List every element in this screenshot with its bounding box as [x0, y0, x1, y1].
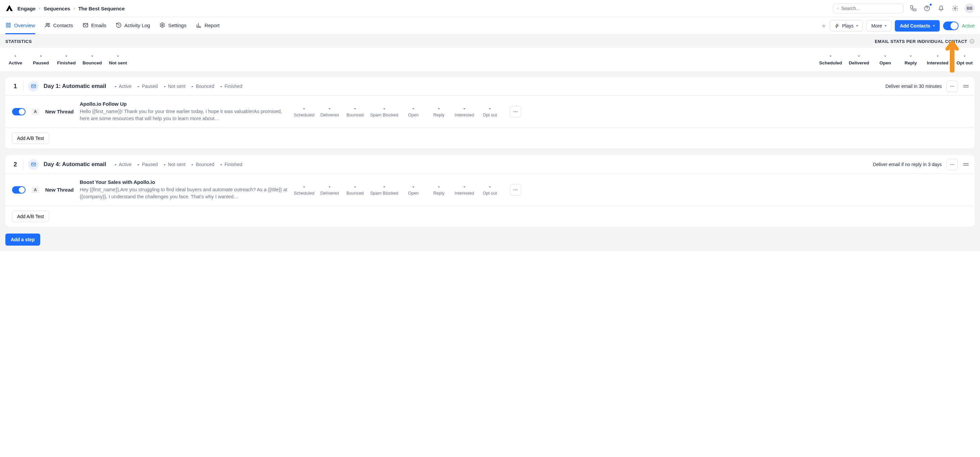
body-stat[interactable]: -Delivered: [319, 184, 340, 196]
stat-label: Not sent: [109, 61, 127, 65]
body-stat[interactable]: -Opt out: [480, 106, 500, 118]
step-mini-stat: - Not sent: [164, 162, 186, 167]
tab-activity-log[interactable]: Activity Log: [116, 17, 150, 34]
tab-emails[interactable]: Emails: [83, 17, 106, 34]
info-icon[interactable]: [969, 38, 975, 44]
add-ab-test-button[interactable]: Add A/B Test: [12, 132, 49, 144]
plays-button[interactable]: Plays ▾: [830, 20, 863, 32]
gear-icon[interactable]: [950, 4, 960, 13]
step-title[interactable]: Day 1: Automatic email: [44, 83, 106, 89]
stat-item[interactable]: -Interested: [927, 53, 948, 65]
body-stat-label: Spam Blocked: [370, 191, 398, 196]
breadcrumb-engage[interactable]: Engage: [18, 6, 35, 11]
tab-contacts[interactable]: Contacts: [45, 17, 73, 34]
body-stat[interactable]: -Interested: [454, 184, 475, 196]
more-button[interactable]: More ▾: [866, 20, 891, 32]
body-stat[interactable]: -Reply: [429, 184, 449, 196]
body-stats-group: -Scheduled-Delivered-Bounced-Spam Blocke…: [294, 184, 500, 196]
tab-settings[interactable]: Settings: [159, 17, 186, 34]
body-stat-label: Open: [403, 112, 424, 118]
drag-handle-icon[interactable]: [963, 162, 969, 167]
svg-line-1: [838, 9, 839, 10]
logo-icon: [5, 4, 13, 13]
add-step-button[interactable]: Add a step: [5, 234, 40, 245]
stat-item[interactable]: -Scheduled: [819, 53, 842, 65]
body-stat[interactable]: -Spam Blocked: [370, 184, 398, 196]
deliver-text: Deliver email if no reply in 3 days: [873, 162, 942, 167]
phone-icon[interactable]: [908, 4, 918, 13]
step-card: 1 Day 1: Automatic email - Active- Pause…: [5, 77, 975, 149]
step-mini-stat: - Active: [115, 162, 132, 167]
stat-item[interactable]: -Reply: [901, 53, 920, 65]
active-status-label: Active: [962, 23, 975, 29]
stat-item[interactable]: -Active: [6, 53, 25, 65]
step-title[interactable]: Day 4: Automatic email: [44, 161, 106, 168]
step-number: 2: [11, 159, 24, 170]
add-ab-test-button[interactable]: Add A/B Test: [12, 211, 49, 222]
tab-report[interactable]: Report: [196, 17, 220, 34]
step-mini-stat: - Paused: [137, 162, 158, 167]
search-field[interactable]: [841, 6, 900, 11]
mail-icon: [83, 22, 89, 28]
variant-more-button[interactable]: [510, 106, 521, 118]
chevron-right-icon: ›: [39, 6, 40, 11]
stat-label: Finished: [57, 61, 76, 65]
body-stat[interactable]: -Interested: [454, 106, 475, 118]
breadcrumb-sequences[interactable]: Sequences: [44, 6, 70, 11]
bolt-icon: [835, 24, 840, 28]
body-stat[interactable]: -Bounced: [345, 184, 366, 196]
variant-more-button[interactable]: [510, 184, 521, 196]
step-mini-stats: - Active- Paused- Not sent- Bounced- Fin…: [115, 84, 242, 89]
step-mini-stat: - Paused: [137, 84, 158, 89]
body-stat-value: -: [345, 184, 366, 189]
step-footer: Add A/B Test: [5, 128, 975, 149]
svg-point-15: [952, 86, 953, 87]
body-stat-value: -: [319, 106, 340, 111]
avatar[interactable]: BB: [964, 3, 975, 13]
body-stat[interactable]: -Open: [403, 106, 424, 118]
help-icon[interactable]: [922, 4, 932, 13]
stats-left-group: -Active-Paused-Finished-Bounced-Not sent: [6, 53, 127, 65]
body-stat[interactable]: -Bounced: [345, 106, 366, 118]
star-icon[interactable]: ★: [821, 22, 826, 30]
stat-item[interactable]: -Not sent: [109, 53, 127, 65]
stat-item[interactable]: -Opt out: [955, 53, 974, 65]
bell-icon[interactable]: [936, 4, 946, 13]
stat-item[interactable]: -Bounced: [83, 53, 102, 65]
step-more-button[interactable]: [947, 81, 958, 92]
variant-toggle[interactable]: [12, 108, 25, 115]
step-mini-stats: - Active- Paused- Not sent- Bounced- Fin…: [115, 162, 242, 167]
stat-item[interactable]: -Paused: [32, 53, 50, 65]
body-stat[interactable]: -Reply: [429, 106, 449, 118]
search-input[interactable]: [833, 3, 904, 13]
body-stat[interactable]: -Scheduled: [294, 106, 315, 118]
step-more-button[interactable]: [947, 159, 958, 170]
svg-point-9: [48, 23, 49, 24]
body-stat[interactable]: -Opt out: [480, 184, 500, 196]
stat-value: -: [955, 53, 974, 58]
svg-point-23: [950, 164, 951, 165]
stat-item[interactable]: -Finished: [57, 53, 76, 65]
add-contacts-button[interactable]: Add Contacts ▾: [895, 20, 940, 32]
stat-item[interactable]: -Open: [876, 53, 894, 65]
body-stat-value: -: [429, 184, 449, 189]
email-body-preview: Hello {{first_name}}! Thank you for your…: [80, 108, 288, 122]
variant-toggle[interactable]: [12, 186, 25, 194]
body-stat-value: -: [454, 106, 475, 111]
stat-value: -: [109, 53, 127, 58]
stat-item[interactable]: -Delivered: [849, 53, 869, 65]
body-stat-value: -: [294, 184, 315, 189]
email-preview-block[interactable]: Apollo.io Follow Up Hello {{first_name}}…: [80, 101, 288, 122]
sequence-active-toggle[interactable]: [943, 21, 959, 30]
body-stat[interactable]: -Scheduled: [294, 184, 315, 196]
svg-point-28: [514, 189, 514, 190]
email-preview-block[interactable]: Boost Your Sales with Apollo.io Hey {{fi…: [80, 179, 288, 200]
svg-point-24: [952, 164, 953, 165]
body-stat[interactable]: -Open: [403, 184, 424, 196]
drag-handle-icon[interactable]: [963, 84, 969, 89]
tab-overview[interactable]: Overview: [5, 17, 35, 34]
body-stat[interactable]: -Delivered: [319, 106, 340, 118]
email-stats-heading: EMAIL STATS PER INDIVIDUAL CONTACT: [875, 39, 967, 44]
body-stat[interactable]: -Spam Blocked: [370, 106, 398, 118]
step-footer: Add A/B Test: [5, 206, 975, 227]
